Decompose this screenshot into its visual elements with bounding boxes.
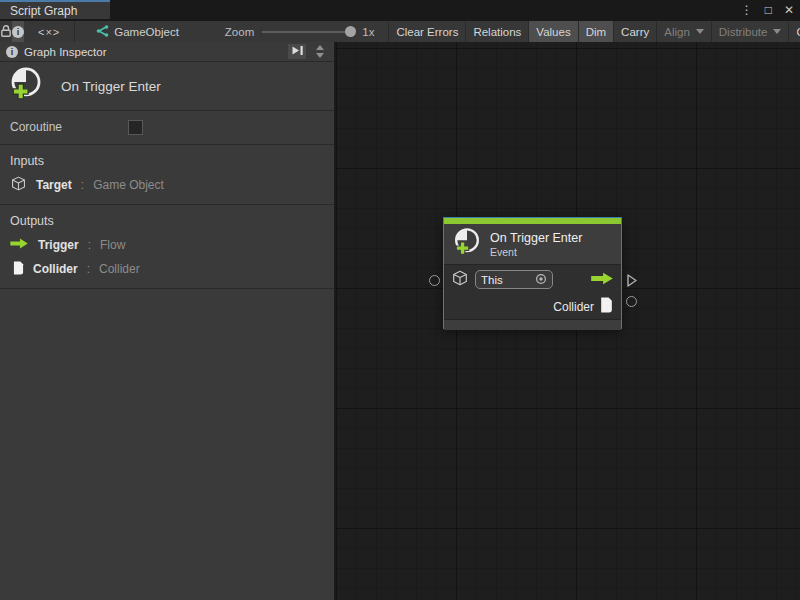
graph-inspector-title: Graph Inspector <box>24 46 106 58</box>
gameobject-label: GameObject <box>114 26 179 38</box>
node-header-text: On Trigger Enter Event <box>490 231 582 258</box>
inspector-toggle-button[interactable]: i <box>12 21 24 42</box>
align-button[interactable]: Align <box>656 21 711 42</box>
io-type: Collider <box>99 262 140 276</box>
zoom-control: Zoom 1x <box>225 21 375 42</box>
maximize-icon[interactable]: □ <box>765 0 772 21</box>
window-controls: ⋮ □ ✕ <box>741 0 794 21</box>
node-subtitle: Event <box>490 246 582 258</box>
node-target-row: This <box>444 265 621 294</box>
dock-panel-button[interactable] <box>288 44 306 59</box>
node-title: On Trigger Enter <box>490 231 582 246</box>
close-icon[interactable]: ✕ <box>784 0 794 21</box>
collider-output-port[interactable] <box>626 296 637 307</box>
event-icon <box>8 66 44 106</box>
dock-icon <box>291 45 304 58</box>
outputs-heading: Outputs <box>0 211 334 233</box>
gameobject-icon <box>95 25 109 39</box>
relations-button[interactable]: Relations <box>465 21 528 42</box>
zoom-slider-thumb[interactable] <box>345 26 356 37</box>
coroutine-row: Coroutine <box>0 111 334 145</box>
io-separator: : <box>81 178 84 192</box>
trigger-output-arrow-icon[interactable] <box>590 271 614 289</box>
outputs-section: Outputs Trigger : Flow Collider : Collid… <box>0 205 334 289</box>
coroutine-checkbox[interactable] <box>128 120 143 135</box>
inputs-section: Inputs Target : Game Object <box>0 145 334 205</box>
align-label: Align <box>664 26 690 38</box>
spin-down-icon[interactable] <box>316 53 324 58</box>
io-row-target: Target : Game Object <box>0 173 334 197</box>
code-icon: <×> <box>38 26 60 38</box>
node-footer <box>444 319 621 330</box>
tab-script-graph[interactable]: Script Graph <box>0 0 110 19</box>
info-icon: i <box>6 46 18 58</box>
toolbar-buttons: Clear Errors Relations Values Dim Carry … <box>388 21 800 42</box>
io-separator: : <box>88 238 91 252</box>
cube-icon <box>10 175 27 195</box>
io-name: Target <box>36 178 72 192</box>
on-trigger-enter-node[interactable]: On Trigger Enter Event This <box>443 217 622 329</box>
inspected-unit-header: On Trigger Enter <box>0 62 334 111</box>
chevron-down-icon <box>696 29 704 34</box>
io-separator: : <box>87 262 90 276</box>
info-icon: i <box>12 26 24 38</box>
io-name: Collider <box>33 262 78 276</box>
graph-inspector-panel: i Graph Inspector On Trigger Enter <box>0 42 335 600</box>
lock-icon <box>0 24 12 40</box>
dim-button[interactable]: Dim <box>578 21 613 42</box>
code-preview-button[interactable]: <×> <box>38 21 60 42</box>
document-icon <box>600 297 613 316</box>
node-body: This Collider <box>444 264 621 319</box>
zoom-value: 1x <box>362 26 374 38</box>
zoom-label: Zoom <box>225 26 254 38</box>
gameobject-reference[interactable]: GameObject <box>95 21 179 42</box>
target-field-value: This <box>481 274 503 286</box>
inputs-heading: Inputs <box>0 151 334 173</box>
distribute-label: Distribute <box>719 26 768 38</box>
node-header[interactable]: On Trigger Enter Event <box>444 224 621 264</box>
io-row-collider: Collider : Collider <box>0 257 334 281</box>
window-menu-icon[interactable]: ⋮ <box>741 0 753 21</box>
cube-icon <box>451 269 469 291</box>
toolbar-separator <box>74 21 75 42</box>
panel-scroll-spinner <box>312 45 328 58</box>
inspected-unit-title: On Trigger Enter <box>61 79 161 94</box>
chevron-down-icon <box>773 29 781 34</box>
node-collider-row: Collider <box>444 294 621 319</box>
object-picker-icon[interactable] <box>535 273 547 287</box>
io-type: Game Object <box>93 178 164 192</box>
values-button[interactable]: Values <box>528 21 577 42</box>
event-icon <box>452 227 482 261</box>
io-row-trigger: Trigger : Flow <box>0 233 334 257</box>
zoom-slider[interactable] <box>262 31 354 33</box>
graph-toolbar: i <×> GameObject Zoom 1x Clear Errors Re… <box>0 21 800 43</box>
title-bar: Script Graph ⋮ □ ✕ <box>0 0 800 21</box>
document-icon <box>10 261 24 278</box>
flow-arrow-icon <box>10 238 29 252</box>
overview-button[interactable]: Overv <box>788 21 800 42</box>
graph-canvas[interactable]: On Trigger Enter Event This <box>336 42 800 600</box>
carry-button[interactable]: Carry <box>613 21 656 42</box>
target-object-field[interactable]: This <box>475 270 553 289</box>
coroutine-label: Coroutine <box>10 120 62 134</box>
collider-port-label: Collider <box>553 300 594 314</box>
distribute-button[interactable]: Distribute <box>711 21 789 42</box>
io-name: Trigger <box>38 238 79 252</box>
clear-errors-button[interactable]: Clear Errors <box>388 21 465 42</box>
target-input-port[interactable] <box>429 275 440 286</box>
graph-inspector-header: i Graph Inspector <box>0 42 334 62</box>
io-type: Flow <box>100 238 125 252</box>
spin-up-icon[interactable] <box>316 45 324 50</box>
lock-button[interactable] <box>0 21 12 42</box>
trigger-output-port[interactable] <box>626 273 638 292</box>
